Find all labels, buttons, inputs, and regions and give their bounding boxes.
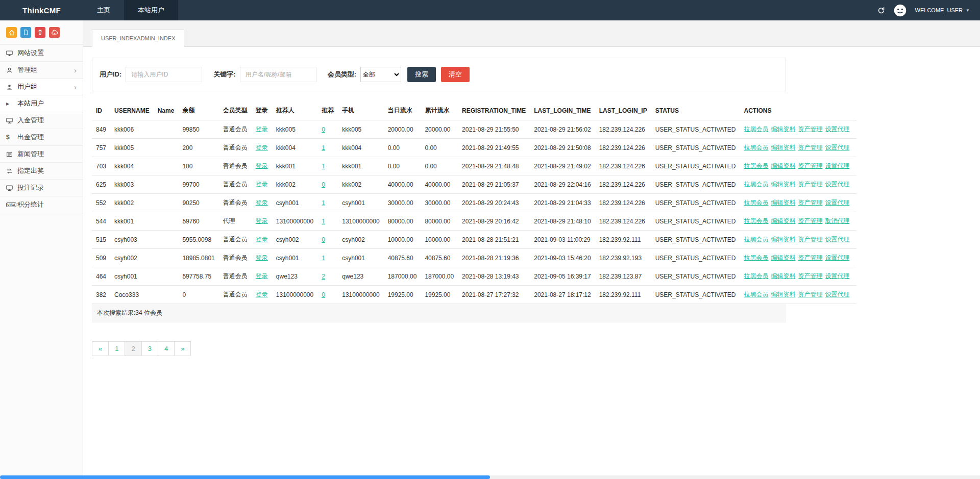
cell-login: 登录 bbox=[252, 286, 272, 304]
action-link[interactable]: 资产管理 bbox=[798, 199, 823, 206]
action-link[interactable]: 设置代理 bbox=[825, 181, 850, 188]
pagination-item[interactable]: » bbox=[174, 341, 191, 356]
pagination-item[interactable]: 4 bbox=[158, 341, 175, 356]
ref-count-link[interactable]: 0 bbox=[322, 291, 325, 298]
action-link[interactable]: 编辑资料 bbox=[771, 272, 796, 280]
trash-button[interactable] bbox=[35, 27, 45, 38]
horizontal-scrollbar[interactable] bbox=[0, 475, 980, 479]
sidebar-item[interactable]: VISA 积分统计 › bbox=[0, 196, 83, 213]
action-link[interactable]: 取消代理 bbox=[825, 217, 850, 224]
ref-count-link[interactable]: 1 bbox=[322, 163, 325, 170]
pagination-item: 2 bbox=[125, 341, 141, 356]
action-link[interactable]: 拉黑会员 bbox=[744, 291, 769, 298]
avatar[interactable] bbox=[893, 4, 907, 17]
pagination-item[interactable]: 1 bbox=[108, 341, 125, 356]
login-link[interactable]: 登录 bbox=[256, 181, 268, 188]
action-link[interactable]: 资产管理 bbox=[798, 254, 823, 261]
action-link[interactable]: 拉黑会员 bbox=[744, 144, 769, 151]
action-link[interactable]: 拉黑会员 bbox=[744, 217, 769, 224]
login-link[interactable]: 登录 bbox=[256, 162, 268, 169]
login-link[interactable]: 登录 bbox=[256, 254, 268, 261]
action-link[interactable]: 设置代理 bbox=[825, 236, 850, 243]
action-link[interactable]: 资产管理 bbox=[798, 125, 823, 133]
action-link[interactable]: 设置代理 bbox=[825, 199, 850, 206]
sidebar-item[interactable]: 入金管理 › bbox=[0, 112, 83, 129]
login-link[interactable]: 登录 bbox=[256, 291, 268, 298]
cell-referrer: kkk004 bbox=[272, 139, 317, 157]
action-link[interactable]: 资产管理 bbox=[798, 217, 823, 224]
action-link[interactable]: 设置代理 bbox=[825, 272, 850, 280]
action-link[interactable]: 设置代理 bbox=[825, 254, 850, 261]
action-link[interactable]: 拉黑会员 bbox=[744, 236, 769, 243]
home-button[interactable] bbox=[6, 27, 17, 38]
sidebar-item[interactable]: $ 出金管理 › bbox=[0, 129, 83, 146]
cell-login: 登录 bbox=[252, 194, 272, 212]
user-id-input[interactable] bbox=[126, 67, 202, 82]
sidebar-item[interactable]: 用户组 › bbox=[0, 79, 83, 95]
action-link[interactable]: 设置代理 bbox=[825, 162, 850, 169]
action-link[interactable]: 编辑资料 bbox=[771, 291, 796, 298]
sidebar-item[interactable]: 管理组 › bbox=[0, 62, 83, 79]
sidebar-item[interactable]: 投注记录 › bbox=[0, 180, 83, 196]
action-link[interactable]: 资产管理 bbox=[798, 291, 823, 298]
sidebar-item[interactable]: 新闻管理 › bbox=[0, 146, 83, 163]
action-link[interactable]: 资产管理 bbox=[798, 272, 823, 280]
action-link[interactable]: 设置代理 bbox=[825, 125, 850, 133]
action-link[interactable]: 编辑资料 bbox=[771, 162, 796, 169]
action-link[interactable]: 编辑资料 bbox=[771, 236, 796, 243]
ref-count-link[interactable]: 0 bbox=[322, 181, 325, 188]
action-link[interactable]: 资产管理 bbox=[798, 162, 823, 169]
action-link[interactable]: 编辑资料 bbox=[771, 217, 796, 224]
top-tab[interactable]: 主页 bbox=[83, 0, 124, 20]
pagination-item[interactable]: 3 bbox=[141, 341, 158, 356]
refresh-icon[interactable] bbox=[877, 7, 885, 14]
action-link[interactable]: 拉黑会员 bbox=[744, 181, 769, 188]
action-link[interactable]: 编辑资料 bbox=[771, 125, 796, 133]
scrollbar-thumb[interactable] bbox=[0, 475, 490, 479]
login-link[interactable]: 登录 bbox=[256, 236, 268, 243]
cell-referrer: qwe123 bbox=[272, 267, 317, 286]
action-link[interactable]: 编辑资料 bbox=[771, 199, 796, 206]
member-type-select[interactable]: 全部 bbox=[360, 67, 401, 82]
top-tab[interactable]: 本站用户 bbox=[124, 0, 178, 20]
action-link[interactable]: 拉黑会员 bbox=[744, 272, 769, 280]
ref-count-link[interactable]: 2 bbox=[322, 273, 325, 280]
action-link[interactable]: 资产管理 bbox=[798, 144, 823, 151]
pagination-item[interactable]: « bbox=[92, 341, 109, 356]
sidebar-item[interactable]: ▸ 本站用户 › bbox=[0, 95, 83, 112]
login-link[interactable]: 登录 bbox=[256, 144, 268, 151]
action-link[interactable]: 编辑资料 bbox=[771, 144, 796, 151]
action-link[interactable]: 编辑资料 bbox=[771, 181, 796, 188]
action-link[interactable]: 拉黑会员 bbox=[744, 162, 769, 169]
user-menu[interactable]: WELCOME_USER ▼ bbox=[915, 7, 970, 13]
action-link[interactable]: 编辑资料 bbox=[771, 254, 796, 261]
clear-button[interactable]: 清空 bbox=[441, 67, 470, 82]
login-link[interactable]: 登录 bbox=[256, 125, 268, 133]
sidebar-item[interactable]: 指定出奖 › bbox=[0, 163, 83, 180]
action-link[interactable]: 拉黑会员 bbox=[744, 125, 769, 133]
ref-count-link[interactable]: 0 bbox=[322, 126, 325, 133]
upload-button[interactable] bbox=[49, 27, 60, 38]
search-button[interactable]: 搜索 bbox=[407, 67, 436, 82]
keyword-input[interactable] bbox=[240, 67, 316, 82]
file-button[interactable] bbox=[20, 27, 31, 38]
login-link[interactable]: 登录 bbox=[256, 199, 268, 206]
ref-count-link[interactable]: 1 bbox=[322, 144, 325, 152]
login-link[interactable]: 登录 bbox=[256, 272, 268, 280]
content-tab[interactable]: USER_INDEXADMIN_INDEX bbox=[92, 30, 184, 47]
cell-member-type: 普通会员 bbox=[219, 139, 252, 157]
cell-balance: 597758.75 bbox=[178, 267, 218, 286]
ref-count-link[interactable]: 1 bbox=[322, 199, 325, 207]
action-link[interactable]: 拉黑会员 bbox=[744, 199, 769, 206]
sidebar-item[interactable]: 网站设置 › bbox=[0, 45, 83, 62]
ref-count-link[interactable]: 1 bbox=[322, 218, 325, 225]
login-link[interactable]: 登录 bbox=[256, 217, 268, 224]
action-link[interactable]: 设置代理 bbox=[825, 144, 850, 151]
action-link[interactable]: 资产管理 bbox=[798, 181, 823, 188]
action-link[interactable]: 设置代理 bbox=[825, 291, 850, 298]
users-icon bbox=[6, 67, 17, 73]
ref-count-link[interactable]: 0 bbox=[322, 236, 325, 243]
action-link[interactable]: 资产管理 bbox=[798, 236, 823, 243]
ref-count-link[interactable]: 1 bbox=[322, 255, 325, 262]
action-link[interactable]: 拉黑会员 bbox=[744, 254, 769, 261]
